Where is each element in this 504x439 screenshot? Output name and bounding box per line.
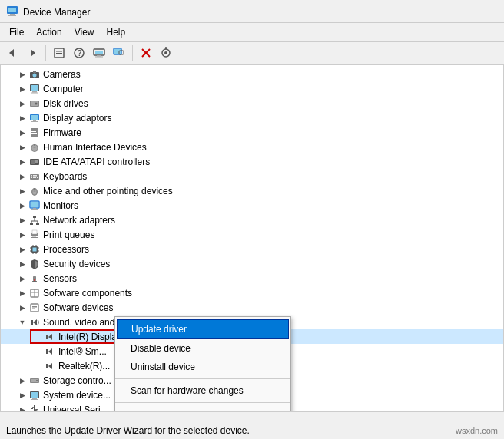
- svg-rect-94: [32, 308, 35, 309]
- toolbar-properties[interactable]: [50, 45, 68, 61]
- svg-rect-88: [32, 281, 37, 282]
- tree-item-print[interactable]: ▶ Print queues: [1, 227, 503, 242]
- svg-rect-14: [95, 57, 103, 58]
- toolbar-scan[interactable]: [157, 45, 175, 61]
- label-computer: Computer: [43, 84, 84, 94]
- icon-display: [28, 112, 41, 124]
- svg-marker-4: [9, 49, 14, 57]
- menu-action[interactable]: Action: [30, 25, 68, 40]
- chevron-security: ▶: [16, 258, 28, 270]
- context-menu-scan[interactable]: Scan for hardware changes: [115, 381, 290, 400]
- tree-item-network[interactable]: ▶ Network adapters: [1, 213, 503, 227]
- svg-rect-53: [38, 175, 38, 177]
- tree-item-firmware[interactable]: ▶ Firmware: [1, 125, 503, 140]
- label-ide: IDE ATA/ATAPI controllers: [43, 157, 150, 167]
- label-mice: Mice and other pointing devices: [43, 186, 173, 196]
- svg-rect-48: [35, 160, 38, 163]
- tree-item-sensors[interactable]: ▶ Sensors: [1, 271, 503, 286]
- context-menu-disable[interactable]: Disable device: [115, 339, 290, 358]
- svg-rect-109: [32, 399, 38, 400]
- icon-cameras: [28, 68, 41, 81]
- svg-rect-35: [31, 115, 38, 120]
- svg-marker-98: [48, 334, 52, 340]
- tree-item-sw-components[interactable]: ▶ Software components: [1, 286, 503, 300]
- svg-rect-63: [33, 208, 36, 209]
- svg-rect-36: [33, 120, 36, 121]
- tree-item-processors[interactable]: ▶ Processors: [1, 242, 503, 256]
- tree-item-mice[interactable]: ▶ Mice and other pointing devices: [1, 183, 503, 198]
- svg-marker-96: [33, 319, 37, 325]
- label-processors: Processors: [43, 244, 89, 255]
- tree-item-keyboards[interactable]: ▶ Keyboards: [1, 169, 503, 183]
- svg-rect-50: [31, 175, 32, 177]
- icon-sensors: [28, 272, 41, 285]
- toolbar-help[interactable]: ?: [70, 45, 88, 61]
- toolbar-forward[interactable]: [23, 45, 41, 61]
- toolbar-back[interactable]: [3, 45, 22, 61]
- label-network: Network adapters: [43, 215, 115, 226]
- svg-rect-7: [56, 51, 62, 52]
- context-menu-uninstall[interactable]: Uninstall device: [115, 358, 290, 376]
- label-cameras: Cameras: [43, 69, 81, 80]
- chevron-computer: ▶: [16, 83, 28, 95]
- toolbar-remove[interactable]: [137, 45, 155, 61]
- svg-marker-5: [31, 49, 35, 57]
- menu-help[interactable]: Help: [101, 25, 132, 40]
- icon-realtek: [44, 360, 56, 372]
- toolbar-network[interactable]: [90, 45, 108, 61]
- tree-item-computer[interactable]: ▶ Computer: [1, 81, 503, 96]
- icon-disk: [28, 97, 41, 110]
- chevron-realtek: [32, 360, 44, 372]
- tree-item-display[interactable]: ▶ Display adaptors: [1, 111, 503, 125]
- icon-sound: [28, 316, 41, 328]
- status-bar: Launches the Update Driver Wizard for th…: [0, 421, 504, 439]
- toolbar-sep-2: [132, 45, 133, 61]
- label-realtek: Realtek(R)...: [58, 361, 110, 371]
- toolbar-monitor[interactable]: [110, 45, 128, 61]
- tree-item-ide[interactable]: ▶ IDE ATA/ATAPI controllers: [1, 154, 503, 169]
- svg-rect-107: [31, 392, 38, 398]
- svg-rect-67: [36, 223, 39, 225]
- label-sw-devices: Software devices: [43, 302, 113, 313]
- title-bar-icon: [6, 5, 18, 19]
- chevron-display: ▶: [16, 112, 28, 124]
- label-storage: Storage contro...: [43, 375, 111, 386]
- tree-item-disk[interactable]: ▶ Disk drives: [1, 96, 503, 111]
- icon-sw-components: [28, 287, 41, 299]
- main-content: ▶ Cameras ▶ Computer: [0, 64, 504, 412]
- chevron-sensors: ▶: [16, 272, 28, 285]
- label-sw-components: Software components: [43, 288, 132, 299]
- icon-hid: [28, 141, 41, 153]
- context-menu: Update driver Disable device Uninstall d…: [114, 316, 291, 412]
- icon-monitors: [28, 200, 41, 212]
- svg-rect-26: [33, 71, 36, 73]
- svg-rect-52: [35, 175, 37, 177]
- svg-rect-47: [31, 160, 35, 164]
- menu-file[interactable]: File: [3, 25, 30, 40]
- chevron-cameras: ▶: [16, 68, 28, 81]
- svg-point-25: [33, 73, 37, 77]
- svg-point-21: [164, 51, 167, 54]
- svg-rect-75: [32, 236, 36, 237]
- svg-rect-95: [31, 320, 33, 325]
- svg-marker-102: [48, 363, 52, 369]
- tree-item-hid[interactable]: ▶ Human Interface Devices: [1, 140, 503, 154]
- svg-rect-56: [37, 177, 38, 178]
- chevron-sw-devices: ▶: [16, 302, 28, 314]
- tree-item-sw-devices[interactable]: ▶ Software devices: [1, 300, 503, 315]
- tree-item-monitors[interactable]: ▶ Monitors: [1, 198, 503, 213]
- tree-item-cameras[interactable]: ▶ Cameras: [1, 67, 503, 81]
- context-menu-properties[interactable]: Properties: [115, 405, 290, 412]
- context-menu-update-driver[interactable]: Update driver: [117, 319, 289, 339]
- label-print: Print queues: [43, 229, 94, 240]
- svg-rect-51: [33, 175, 35, 177]
- chevron-storage: ▶: [16, 375, 28, 387]
- tree-item-security[interactable]: ▶ Security devices: [1, 256, 503, 271]
- icon-security: [28, 258, 41, 270]
- svg-point-33: [35, 102, 38, 104]
- svg-point-105: [36, 380, 38, 381]
- menu-view[interactable]: View: [68, 25, 101, 40]
- label-firmware: Firmware: [43, 127, 81, 138]
- chevron-intel-display: [32, 331, 44, 343]
- svg-rect-108: [32, 398, 37, 399]
